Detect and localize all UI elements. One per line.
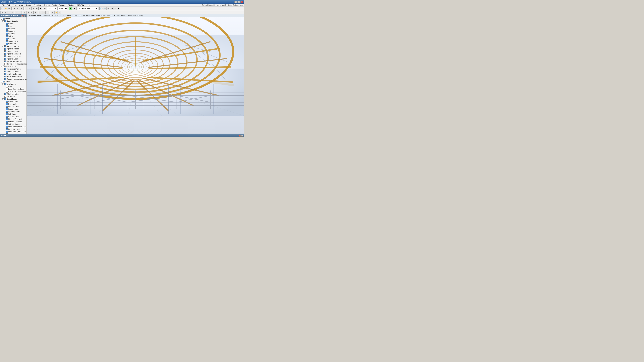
nav-item-global-imperfections[interactable]: Global Imperfections bbox=[0, 75, 26, 78]
tb2-6[interactable]: ⤡ bbox=[18, 11, 22, 14]
nav-checkbox[interactable] bbox=[4, 70, 6, 72]
nav-checkbox[interactable] bbox=[4, 60, 6, 62]
tb-run[interactable]: ▶ bbox=[69, 7, 72, 10]
nav-checkbox[interactable] bbox=[6, 116, 8, 118]
tb-line[interactable]: ╱ bbox=[32, 7, 35, 10]
nav-checkbox[interactable] bbox=[6, 111, 8, 113]
nav-checkbox[interactable] bbox=[6, 88, 8, 90]
tb2-2[interactable]: ⊗ bbox=[4, 11, 8, 14]
nav-item-solid-set-loads[interactable]: Solid Set Loads bbox=[0, 123, 26, 125]
nav-checkbox[interactable] bbox=[4, 98, 6, 100]
nav-item-types-for-nodes[interactable]: Types for Nodes bbox=[0, 48, 26, 50]
nav-checkbox[interactable] bbox=[6, 103, 8, 105]
tb-solid[interactable]: ◼ bbox=[117, 7, 120, 10]
nav-item-load-values[interactable]: Load Values bbox=[0, 83, 26, 85]
nav-checkbox[interactable] bbox=[4, 76, 6, 77]
nav-item-free-concentrated-loads[interactable]: Free Concentrated Loads bbox=[0, 125, 26, 128]
lc-dropdown[interactable]: LC1 bbox=[47, 7, 57, 10]
nav-item-solids[interactable]: Solids bbox=[0, 35, 26, 37]
nav-checkbox[interactable] bbox=[3, 81, 4, 82]
nav-item-lines[interactable]: Lines bbox=[0, 25, 26, 27]
tb-surface[interactable]: ▣ bbox=[39, 7, 42, 10]
tb-print[interactable]: 🖨 bbox=[12, 7, 16, 10]
nav-item-line-set-loads[interactable]: Line Set Loads bbox=[0, 115, 26, 118]
nav-item-model[interactable]: Model bbox=[0, 17, 26, 20]
view-dropdown[interactable]: 1 - Global XYZ bbox=[78, 7, 98, 10]
materials-close-button[interactable]: × bbox=[241, 135, 243, 137]
nav-expander[interactable] bbox=[1, 81, 2, 82]
nav-expander[interactable] bbox=[1, 66, 2, 67]
nav-checkbox[interactable] bbox=[6, 38, 8, 40]
tb-select[interactable]: ↖ bbox=[25, 7, 28, 10]
nav-checkbox[interactable] bbox=[6, 113, 8, 115]
nav-pin-button[interactable]: 📌 bbox=[21, 15, 23, 17]
nav-checkbox[interactable] bbox=[6, 43, 8, 45]
nav-expander[interactable] bbox=[2, 83, 4, 85]
tb-zoom-in[interactable]: 🔍+ bbox=[100, 7, 103, 10]
nav-item-surface-loads[interactable]: Surface Loads bbox=[0, 108, 26, 110]
tb-undo[interactable]: ↩ bbox=[16, 7, 20, 10]
nav-checkbox[interactable] bbox=[4, 53, 6, 55]
nav-item-types-for-solids[interactable]: Types for Solids bbox=[0, 58, 26, 60]
nav-checkbox[interactable] bbox=[6, 101, 8, 103]
menu-calculate[interactable]: Calculate bbox=[33, 4, 42, 6]
nav-item-solid-sets[interactable]: Solid Sets bbox=[0, 42, 26, 45]
nav-item-loads[interactable]: Loads bbox=[0, 80, 26, 83]
nav-item-members[interactable]: Members bbox=[0, 27, 26, 30]
nav-item-free-circular-loads[interactable]: Free Circular Loads bbox=[0, 133, 26, 134]
nav-expander[interactable] bbox=[2, 20, 4, 22]
tb-member[interactable]: ═ bbox=[35, 7, 38, 10]
nav-checkbox[interactable] bbox=[6, 118, 8, 120]
nav-checkbox[interactable] bbox=[6, 35, 8, 37]
tb2-rotate[interactable]: ↺ bbox=[51, 11, 54, 14]
menu-assign[interactable]: Assign bbox=[25, 4, 32, 6]
state-dropdown[interactable]: State bbox=[57, 7, 68, 10]
nav-item-member-loads[interactable]: Member Loads bbox=[0, 105, 26, 108]
menu-options[interactable]: Options bbox=[58, 4, 66, 6]
nav-checkbox[interactable] bbox=[6, 106, 8, 108]
nav-item-title-information[interactable]: Title Information bbox=[0, 93, 26, 95]
nav-checkbox[interactable] bbox=[6, 23, 8, 25]
nav-item-line-loads[interactable]: Line Loads bbox=[0, 103, 26, 105]
nav-item-free-line-loads[interactable]: Free Line Loads bbox=[0, 128, 26, 131]
menu-cadbim[interactable]: CAD-BIM bbox=[76, 4, 85, 6]
nav-checkbox[interactable] bbox=[6, 86, 8, 87]
nav-item-display-topology-on[interactable]: Display Topology on bbox=[0, 60, 26, 63]
nav-checkbox[interactable] bbox=[6, 126, 8, 128]
menu-edit[interactable]: Edit bbox=[6, 4, 11, 6]
tb2-5[interactable]: ⟳ bbox=[14, 11, 18, 14]
nav-checkbox[interactable] bbox=[4, 50, 6, 52]
tb-wireframe[interactable]: ◻ bbox=[114, 7, 117, 10]
nav-checkbox[interactable] bbox=[6, 28, 8, 30]
nav-item-types-for-surfaces[interactable]: Types for Surfaces bbox=[0, 55, 26, 58]
nav-checkbox[interactable] bbox=[6, 123, 8, 125]
nav-item-surfaces[interactable]: Surfaces bbox=[0, 30, 26, 32]
nav-expander[interactable] bbox=[2, 98, 4, 100]
tb-zoom-all[interactable]: ⊞ bbox=[106, 7, 110, 10]
nav-item-surface-sets[interactable]: Surface Sets bbox=[0, 40, 26, 42]
nav-checkbox[interactable] bbox=[4, 63, 6, 65]
nav-checkbox[interactable] bbox=[4, 45, 6, 47]
tb2-7[interactable]: ① bbox=[23, 11, 26, 14]
tb-3d[interactable]: 3D bbox=[110, 7, 113, 10]
nav-checkbox[interactable] bbox=[6, 121, 8, 123]
nav-checkbox[interactable] bbox=[4, 20, 6, 22]
nav-checkbox[interactable] bbox=[4, 48, 6, 50]
nav-item-imperfection-values[interactable]: Imperfection Values bbox=[0, 68, 26, 70]
menu-results[interactable]: Results bbox=[43, 4, 51, 6]
nav-expander[interactable] bbox=[2, 45, 4, 47]
nav-item-types-for-members[interactable]: Types for Members bbox=[0, 53, 26, 55]
nav-checkbox[interactable] bbox=[6, 108, 8, 110]
nav-checkbox[interactable] bbox=[6, 33, 8, 35]
tb2-pan[interactable]: ✋ bbox=[54, 11, 58, 14]
tb-zoom-out[interactable]: 🔍- bbox=[103, 7, 106, 10]
menu-help[interactable]: Help bbox=[86, 4, 92, 6]
nav-checkbox[interactable] bbox=[3, 18, 4, 19]
nav-checkbox[interactable] bbox=[3, 65, 4, 67]
nav-item-member-set-loads[interactable]: Member Set Loads bbox=[0, 118, 26, 120]
nav-item-free-rectangular-loads[interactable]: Free Rectangular Loads bbox=[0, 131, 26, 133]
nav-item-openings[interactable]: Openings bbox=[0, 32, 26, 35]
tb-stop[interactable]: ■ bbox=[72, 7, 76, 10]
tb-new[interactable]: 📄 bbox=[0, 7, 4, 10]
tb-save[interactable]: 💾 bbox=[8, 7, 11, 10]
